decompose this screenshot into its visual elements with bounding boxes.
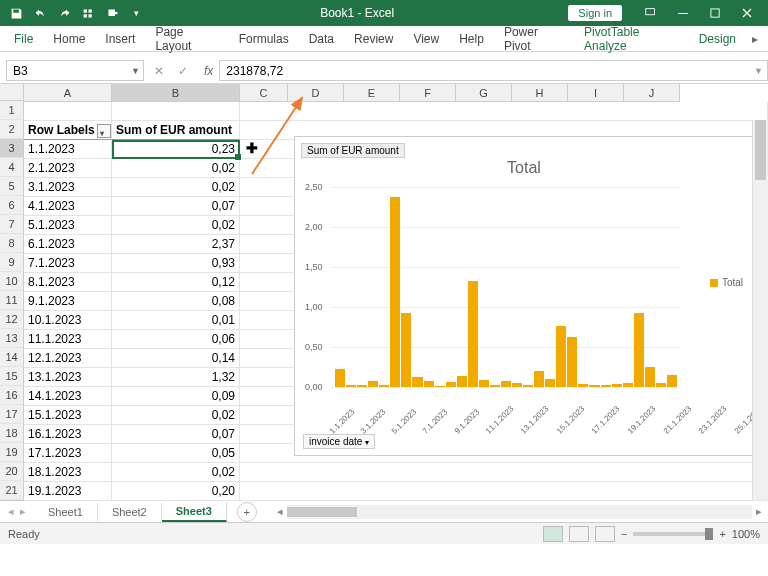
- pivot-row-label[interactable]: 1.1.2023: [24, 140, 112, 159]
- cell[interactable]: [112, 102, 240, 121]
- column-header-I[interactable]: I: [568, 84, 624, 102]
- pivot-row-label[interactable]: 4.1.2023: [24, 197, 112, 216]
- row-header-10[interactable]: 10: [0, 272, 24, 291]
- tab-home[interactable]: Home: [43, 28, 95, 50]
- column-header-E[interactable]: E: [344, 84, 400, 102]
- zoom-slider[interactable]: [633, 532, 713, 536]
- pivot-row-label[interactable]: 10.1.2023: [24, 311, 112, 330]
- tab-power-pivot[interactable]: Power Pivot: [494, 21, 574, 57]
- row-header-7[interactable]: 7: [0, 215, 24, 234]
- column-header-A[interactable]: A: [24, 84, 112, 102]
- pivot-row-label[interactable]: 16.1.2023: [24, 425, 112, 444]
- chart-axis-field-dropdown[interactable]: invoice date: [303, 434, 375, 449]
- tab-pivottable-analyze[interactable]: PivotTable Analyze: [574, 21, 689, 57]
- add-sheet-button[interactable]: +: [237, 502, 257, 522]
- tab-review[interactable]: Review: [344, 28, 403, 50]
- pivot-value-cell[interactable]: 0,14: [112, 349, 240, 368]
- column-header-C[interactable]: C: [240, 84, 288, 102]
- row-header-16[interactable]: 16: [0, 386, 24, 405]
- maximize-icon[interactable]: [700, 3, 730, 23]
- row-header-1[interactable]: 1: [0, 101, 24, 120]
- pivot-row-label[interactable]: 5.1.2023: [24, 216, 112, 235]
- save-icon[interactable]: [6, 3, 26, 23]
- pivot-value-cell[interactable]: 0,09: [112, 387, 240, 406]
- column-header-G[interactable]: G: [456, 84, 512, 102]
- chevron-down-icon[interactable]: ▼: [131, 66, 140, 76]
- pivot-row-label[interactable]: 7.1.2023: [24, 254, 112, 273]
- redo-icon[interactable]: [54, 3, 74, 23]
- pivot-value-cell[interactable]: 0,12: [112, 273, 240, 292]
- hscroll-left-icon[interactable]: ◂: [277, 505, 283, 518]
- filter-dropdown-icon[interactable]: [97, 124, 111, 138]
- pivot-row-label[interactable]: 2.1.2023: [24, 159, 112, 178]
- row-header-5[interactable]: 5: [0, 177, 24, 196]
- horizontal-scrollbar[interactable]: [287, 505, 752, 519]
- cell[interactable]: [24, 102, 112, 121]
- pivot-row-label[interactable]: 11.1.2023: [24, 330, 112, 349]
- row-header-12[interactable]: 12: [0, 310, 24, 329]
- pivot-value-cell[interactable]: 0,02: [112, 406, 240, 425]
- row-header-21[interactable]: 21: [0, 481, 24, 500]
- pivot-row-label[interactable]: 19.1.2023: [24, 482, 112, 501]
- pivot-value-cell[interactable]: 0,07: [112, 425, 240, 444]
- pivot-value-cell[interactable]: 0,01: [112, 311, 240, 330]
- cancel-formula-icon[interactable]: ✕: [148, 60, 170, 81]
- qa-addin-icon[interactable]: [102, 3, 122, 23]
- formula-input[interactable]: 231878,72▼: [219, 60, 768, 81]
- pivot-values-header[interactable]: Sum of EUR amount: [112, 121, 240, 140]
- pivot-row-labels-header[interactable]: Row Labels: [24, 121, 112, 140]
- pivot-row-label[interactable]: 9.1.2023: [24, 292, 112, 311]
- pivot-value-cell[interactable]: 0,20: [112, 482, 240, 501]
- row-header-11[interactable]: 11: [0, 291, 24, 310]
- hscroll-thumb[interactable]: [287, 507, 357, 517]
- pivot-row-label[interactable]: 18.1.2023: [24, 463, 112, 482]
- row-header-18[interactable]: 18: [0, 424, 24, 443]
- pivot-chart[interactable]: Sum of EUR amount Total 1.1.20233.1.2023…: [294, 136, 754, 456]
- view-normal-button[interactable]: [543, 526, 563, 542]
- pivot-value-cell[interactable]: 0,93: [112, 254, 240, 273]
- tab-design[interactable]: Design: [689, 28, 746, 50]
- fx-label[interactable]: fx: [198, 64, 219, 78]
- view-pagelayout-button[interactable]: [569, 526, 589, 542]
- chart-field-badge[interactable]: Sum of EUR amount: [301, 143, 405, 158]
- column-header-F[interactable]: F: [400, 84, 456, 102]
- sheet-nav-prev-icon[interactable]: ◂: [6, 503, 16, 520]
- pivot-value-cell[interactable]: 0,07: [112, 197, 240, 216]
- pivot-value-cell[interactable]: 0,23: [112, 140, 240, 159]
- cell[interactable]: [240, 482, 768, 501]
- row-header-9[interactable]: 9: [0, 253, 24, 272]
- pivot-row-label[interactable]: 15.1.2023: [24, 406, 112, 425]
- row-header-19[interactable]: 19: [0, 443, 24, 462]
- column-header-J[interactable]: J: [624, 84, 680, 102]
- column-header-B[interactable]: B: [112, 84, 240, 102]
- pivot-row-label[interactable]: 6.1.2023: [24, 235, 112, 254]
- zoom-out-icon[interactable]: −: [621, 528, 627, 540]
- ribbon-expand-icon[interactable]: ▸: [746, 28, 764, 50]
- tab-file[interactable]: File: [4, 28, 43, 50]
- tab-formulas[interactable]: Formulas: [229, 28, 299, 50]
- pivot-value-cell[interactable]: 0,05: [112, 444, 240, 463]
- row-header-4[interactable]: 4: [0, 158, 24, 177]
- scrollbar-thumb[interactable]: [755, 120, 766, 180]
- qa-dropdown-icon[interactable]: ▾: [126, 3, 146, 23]
- select-all-corner[interactable]: [0, 84, 24, 101]
- tab-data[interactable]: Data: [299, 28, 344, 50]
- pivot-value-cell[interactable]: 0,02: [112, 178, 240, 197]
- tab-view[interactable]: View: [403, 28, 449, 50]
- signin-button[interactable]: Sign in: [568, 5, 622, 21]
- zoom-handle[interactable]: [705, 528, 713, 540]
- pivot-row-label[interactable]: 17.1.2023: [24, 444, 112, 463]
- sheet-tab-1[interactable]: Sheet1: [34, 503, 98, 521]
- row-header-15[interactable]: 15: [0, 367, 24, 386]
- cell[interactable]: [240, 463, 768, 482]
- pivot-value-cell[interactable]: 2,37: [112, 235, 240, 254]
- sheet-nav-next-icon[interactable]: ▸: [18, 503, 28, 520]
- row-header-17[interactable]: 17: [0, 405, 24, 424]
- qa-more-icon[interactable]: [78, 3, 98, 23]
- pivot-row-label[interactable]: 3.1.2023: [24, 178, 112, 197]
- pivot-row-label[interactable]: 8.1.2023: [24, 273, 112, 292]
- row-header-8[interactable]: 8: [0, 234, 24, 253]
- pivot-row-label[interactable]: 13.1.2023: [24, 368, 112, 387]
- row-header-6[interactable]: 6: [0, 196, 24, 215]
- formula-expand-icon[interactable]: ▼: [754, 66, 763, 76]
